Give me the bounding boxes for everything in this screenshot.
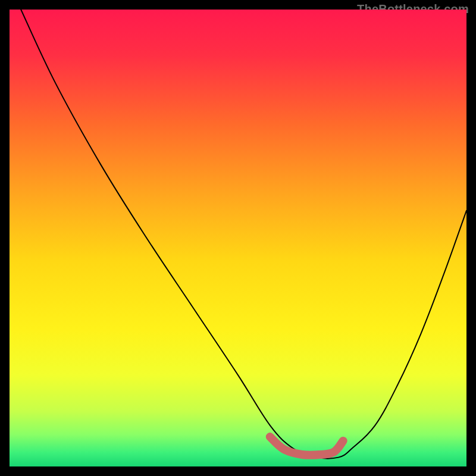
bottleneck-chart bbox=[10, 10, 466, 466]
chart-stage: TheBottleneck.com bbox=[0, 0, 476, 476]
gradient-background bbox=[10, 10, 466, 466]
